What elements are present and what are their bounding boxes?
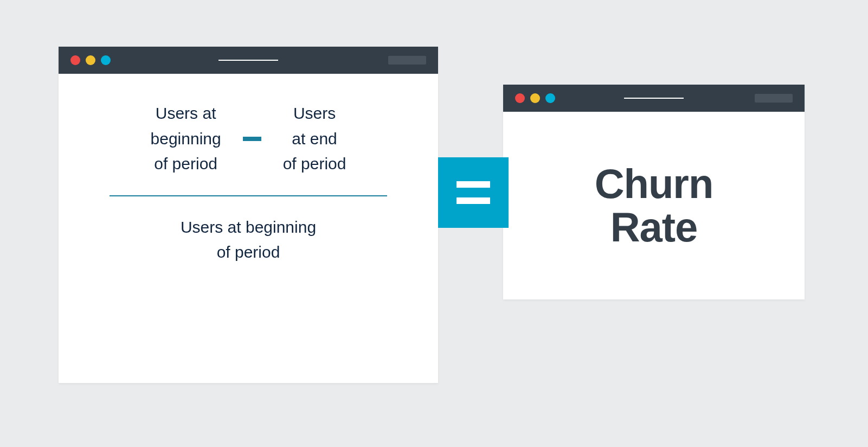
fraction-denominator: Users at beginning of period — [91, 215, 406, 265]
result-label: Churn Rate — [595, 162, 713, 249]
equals-bar-icon — [456, 197, 490, 204]
formula-window: Users at beginning of period Users at en… — [59, 47, 438, 383]
fraction-divider — [110, 195, 387, 196]
fraction: Users at beginning of period Users at en… — [91, 101, 406, 265]
minimize-icon — [86, 55, 95, 65]
numerator-left-term: Users at beginning of period — [151, 101, 221, 177]
window-titlebar — [503, 85, 805, 112]
close-icon — [515, 93, 525, 103]
minimize-icon — [530, 93, 540, 103]
text-line: Users — [283, 101, 346, 126]
maximize-icon — [101, 55, 111, 65]
result-body: Churn Rate — [503, 112, 805, 299]
maximize-icon — [545, 93, 555, 103]
equals-icon — [438, 157, 509, 228]
text-line: of period — [283, 151, 346, 177]
text-line: Churn — [595, 162, 713, 206]
fraction-numerator: Users at beginning of period Users at en… — [91, 101, 406, 177]
text-line: beginning — [151, 126, 221, 152]
text-line: Users at beginning — [91, 215, 406, 240]
window-titlebar — [59, 47, 438, 74]
traffic-lights — [503, 93, 555, 103]
text-line: of period — [151, 151, 221, 177]
close-icon — [70, 55, 80, 65]
titlebar-divider-icon — [218, 60, 278, 61]
traffic-lights — [59, 55, 111, 65]
numerator-right-term: Users at end of period — [283, 101, 346, 177]
text-line: Rate — [595, 206, 713, 249]
text-line: at end — [283, 126, 346, 152]
minus-icon — [243, 137, 261, 141]
text-line: of period — [91, 240, 406, 265]
titlebar-divider-icon — [624, 98, 684, 99]
titlebar-pill-icon — [755, 94, 793, 103]
formula-body: Users at beginning of period Users at en… — [59, 74, 438, 287]
titlebar-pill-icon — [388, 56, 426, 65]
text-line: Users at — [151, 101, 221, 126]
result-window: Churn Rate — [503, 85, 805, 299]
equals-bar-icon — [456, 181, 490, 188]
